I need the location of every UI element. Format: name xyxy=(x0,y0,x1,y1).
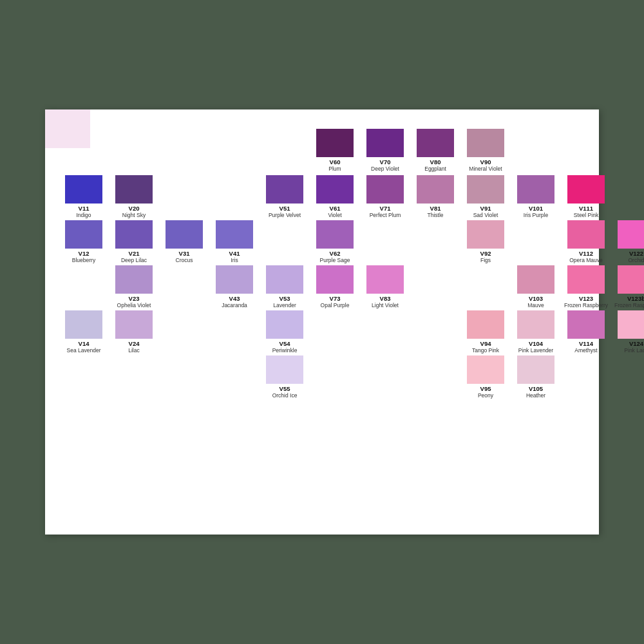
swatch-item: V101Iris Purple xyxy=(513,175,559,219)
color-swatch xyxy=(166,220,203,249)
color-swatch xyxy=(517,265,554,294)
color-swatch xyxy=(467,129,504,157)
color-code: V21 xyxy=(129,250,140,257)
color-code: V101 xyxy=(529,205,543,212)
color-swatch xyxy=(316,129,354,157)
color-swatch xyxy=(618,220,644,249)
swatch-item: V80Eggplant xyxy=(412,129,459,173)
color-name: Indigo xyxy=(76,212,91,218)
color-name: Opera Mauve xyxy=(569,257,603,263)
swatch-item: V41Iris xyxy=(211,220,258,264)
swatch-item: V95Peony xyxy=(462,355,509,399)
color-code: V81 xyxy=(430,205,441,212)
color-name: Amethyst xyxy=(574,347,597,354)
swatch-item: V73Opal Purple xyxy=(312,265,358,309)
color-code: V31 xyxy=(179,250,190,257)
color-swatch xyxy=(316,265,354,294)
color-code: V112 xyxy=(579,250,593,257)
color-swatch xyxy=(366,265,404,294)
color-code: V60 xyxy=(330,158,341,166)
color-swatch xyxy=(65,220,102,249)
color-name: Mauve xyxy=(527,302,544,308)
swatch-item: V90Mineral Violet xyxy=(462,129,509,173)
color-code: V105 xyxy=(529,385,543,392)
swatch-item: V21Deep Lilac xyxy=(111,220,157,264)
color-name: Pink Lace xyxy=(624,347,644,354)
swatch-item: V61Violet xyxy=(312,175,358,219)
color-name: Steel Pink xyxy=(574,212,598,218)
swatch-item: V71Perfect Plum xyxy=(362,175,408,219)
color-swatch xyxy=(216,265,253,294)
color-code: V24 xyxy=(129,340,140,347)
color-swatch xyxy=(115,220,153,249)
color-swatch xyxy=(65,310,102,339)
color-code: V80 xyxy=(430,158,441,166)
color-swatch xyxy=(316,175,354,204)
color-code: V54 xyxy=(279,340,290,347)
color-code: V51 xyxy=(279,205,290,212)
swatch-item: V51Purple Velvet xyxy=(261,175,308,219)
color-swatch xyxy=(216,220,253,249)
color-code: V90 xyxy=(480,158,491,166)
swatch-item: V14Sea Lavender xyxy=(61,310,107,354)
color-swatch xyxy=(417,129,454,157)
color-swatch xyxy=(366,175,404,204)
color-swatch xyxy=(467,175,504,204)
color-code: V104 xyxy=(529,340,543,347)
color-code: V55 xyxy=(279,385,290,392)
color-name: Heather xyxy=(526,392,545,399)
swatch-item: V70Deep Violet xyxy=(362,129,408,173)
swatch-item: V55Orchid Ice xyxy=(261,355,308,399)
color-swatch xyxy=(417,175,454,204)
color-code: V123b xyxy=(627,295,644,302)
color-code: V62 xyxy=(330,250,341,257)
color-swatch xyxy=(618,265,644,294)
color-name: Pink Lavender xyxy=(518,347,553,354)
swatch-item: V111Steel Pink xyxy=(563,175,609,219)
color-name: Deep Violet xyxy=(371,166,399,172)
color-name: Tango Pink xyxy=(472,347,499,354)
color-code: V11 xyxy=(79,205,90,212)
swatch-item: V11Indigo xyxy=(61,175,107,219)
swatch-item: V60Plum xyxy=(312,129,358,173)
color-name: Lilac xyxy=(128,347,139,354)
color-swatch xyxy=(467,355,504,384)
swatch-item: V24Lilac xyxy=(111,310,157,354)
swatch-item: V81Thistle xyxy=(412,175,459,219)
color-code: V111 xyxy=(579,205,593,212)
swatch-item: V31Crocus xyxy=(161,220,207,264)
color-name: Light Violet xyxy=(372,302,399,308)
color-swatch xyxy=(266,355,303,384)
color-swatch xyxy=(65,175,102,204)
color-name: Sea Lavender xyxy=(67,347,101,354)
color-swatch xyxy=(115,310,153,339)
color-code: V122 xyxy=(629,250,643,257)
swatch-item: V105Heather xyxy=(513,355,559,399)
color-swatch xyxy=(517,175,554,204)
swatch-item: V91Sad Violet xyxy=(462,175,509,219)
swatch-item: V92Figs xyxy=(462,220,509,264)
color-code: V73 xyxy=(330,295,341,302)
swatch-item: V123Frozen Raspberry xyxy=(563,265,609,309)
color-name: Purple Velvet xyxy=(269,212,301,218)
color-name: Orchid xyxy=(628,257,644,263)
color-code: V95 xyxy=(480,385,491,392)
color-name: Crocus xyxy=(176,257,193,263)
color-swatch xyxy=(366,129,404,157)
swatch-item: V104Pink Lavender xyxy=(513,310,559,354)
color-code: V83 xyxy=(380,295,391,302)
color-code: V14 xyxy=(79,340,90,347)
color-name: Night Sky xyxy=(122,212,146,218)
color-swatch xyxy=(618,310,644,339)
color-code: V71 xyxy=(380,205,391,212)
swatch-item: V124Pink Lace xyxy=(613,310,644,354)
swatch-item: V114Amethyst xyxy=(563,310,609,354)
color-code: V70 xyxy=(380,158,391,166)
color-name: Jacaranda xyxy=(222,302,247,308)
color-swatch xyxy=(115,265,153,294)
color-code: V103 xyxy=(529,295,543,302)
color-code: V124 xyxy=(629,340,643,347)
color-name: Deep Lilac xyxy=(121,257,147,263)
color-name: Lavender xyxy=(273,302,296,308)
color-name: Peony xyxy=(478,392,493,399)
